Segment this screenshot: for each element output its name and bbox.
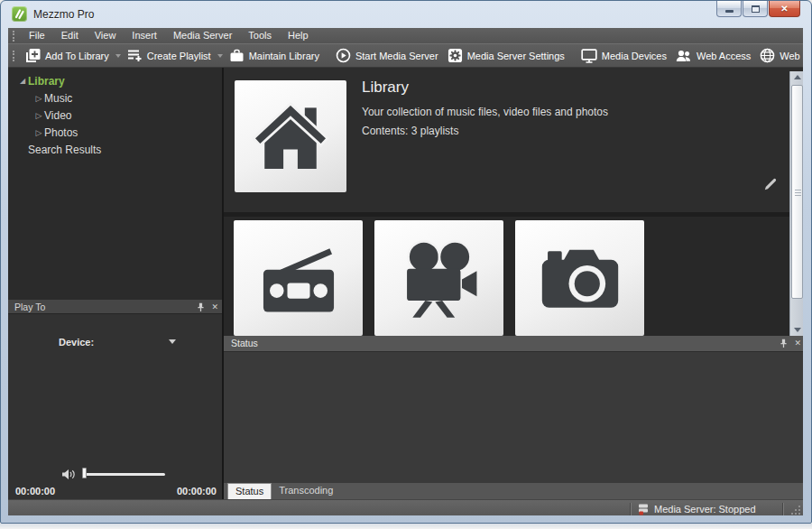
sidebar-item-search-results[interactable]: Search Results xyxy=(8,141,222,158)
collapse-arrow-icon[interactable]: ▷ xyxy=(33,111,44,120)
gear-icon xyxy=(448,48,463,63)
statusbar-separator xyxy=(630,503,631,515)
sidebar-item-photos[interactable]: ▷ Photos xyxy=(8,124,222,141)
app-logo-icon xyxy=(12,6,27,22)
film-camera-icon xyxy=(394,233,484,323)
play-circle-icon xyxy=(336,48,351,63)
web-access-button[interactable]: Web Access xyxy=(671,44,755,67)
library-description: Your collection of music files, video fi… xyxy=(362,106,608,118)
menu-edit[interactable]: Edit xyxy=(53,28,87,43)
arrow-down-icon xyxy=(794,328,801,332)
media-server-icon xyxy=(637,503,650,515)
globe-icon xyxy=(760,48,775,63)
pin-icon[interactable] xyxy=(197,302,205,312)
volume-slider-track[interactable] xyxy=(84,473,165,476)
page-title: Library xyxy=(362,79,409,97)
time-elapsed: 00:00:00 xyxy=(15,486,55,497)
toolbar: Add To Library Create Playlist Maintain … xyxy=(8,43,803,68)
titlebar[interactable]: Mezzmo Pro ✕ xyxy=(1,1,811,28)
scroll-up-button[interactable] xyxy=(790,71,803,83)
sidebar-item-library[interactable]: ◢ Library xyxy=(8,72,222,89)
photo-camera-icon xyxy=(535,233,625,323)
video-playlist-tile[interactable] xyxy=(374,220,503,336)
close-button[interactable]: ✕ xyxy=(769,1,800,17)
web-browser-button[interactable]: Web Browser xyxy=(755,44,803,67)
library-home-tile xyxy=(235,80,346,192)
monitor-icon xyxy=(581,49,597,63)
edit-pencil-icon[interactable] xyxy=(762,176,779,192)
status-panel: Status ✕ Status Transcoding xyxy=(224,336,803,499)
arrow-up-icon xyxy=(794,75,801,79)
photos-playlist-tile[interactable] xyxy=(515,220,644,336)
volume-slider-thumb[interactable] xyxy=(82,468,87,478)
window-frame: Mezzmo Pro ✕ File Edit View Insert Media… xyxy=(0,0,812,524)
sidebar-item-music[interactable]: ▷ Music xyxy=(8,89,222,107)
playlist-tiles xyxy=(224,217,803,336)
home-icon xyxy=(249,95,332,178)
scrollbar-grip-icon xyxy=(795,190,801,190)
radio-icon xyxy=(254,233,344,323)
pin-icon[interactable] xyxy=(780,339,788,348)
close-panel-icon[interactable]: ✕ xyxy=(794,339,801,348)
time-total: 00:00:00 xyxy=(177,486,217,497)
media-server-status: Media Server: Stopped xyxy=(637,500,756,515)
app-window: File Edit View Insert Media Server Tools… xyxy=(8,28,803,515)
menubar-drag-handle[interactable] xyxy=(13,31,14,42)
menu-help[interactable]: Help xyxy=(280,28,317,43)
status-tabs: Status Transcoding xyxy=(224,483,803,499)
collapse-arrow-icon[interactable]: ▷ xyxy=(33,94,44,103)
play-to-panel: Play To ✕ Device: xyxy=(8,300,222,499)
status-panel-header: Status ✕ xyxy=(224,336,803,351)
add-to-library-dropdown-icon[interactable] xyxy=(115,54,121,58)
create-playlist-dropdown-icon[interactable] xyxy=(217,54,223,58)
device-label: Device: xyxy=(59,337,94,348)
maximize-button[interactable] xyxy=(743,1,768,17)
device-dropdown-icon[interactable] xyxy=(169,339,176,344)
tab-transcoding[interactable]: Transcoding xyxy=(272,483,340,499)
add-to-library-icon xyxy=(25,48,41,63)
add-to-library-button[interactable]: Add To Library xyxy=(21,44,114,67)
collapse-arrow-icon[interactable]: ▷ xyxy=(33,128,44,137)
tab-status[interactable]: Status xyxy=(227,483,272,499)
maximize-icon xyxy=(752,5,760,13)
minimize-icon xyxy=(725,10,734,13)
menu-view[interactable]: View xyxy=(87,28,125,43)
window-title: Mezzmo Pro xyxy=(33,8,94,21)
main-content: Library Your collection of music files, … xyxy=(224,68,803,499)
toolbar-drag-handle[interactable] xyxy=(13,51,14,61)
speaker-icon xyxy=(60,469,77,480)
statusbar-separator xyxy=(782,503,783,515)
library-tree: ◢ Library ▷ Music ▷ Video ▷ Photos Searc… xyxy=(8,68,222,300)
media-devices-button[interactable]: Media Devices xyxy=(577,44,671,67)
close-icon: ✕ xyxy=(780,5,788,14)
briefcase-icon xyxy=(229,49,245,62)
maintain-library-button[interactable]: Maintain Library xyxy=(225,44,324,67)
sidebar: ◢ Library ▷ Music ▷ Video ▷ Photos Searc… xyxy=(8,68,222,499)
start-media-server-button[interactable]: Start Media Server xyxy=(331,44,443,67)
library-header: Library Your collection of music files, … xyxy=(224,68,803,212)
statusbar: Media Server: Stopped xyxy=(8,499,803,515)
minimize-button[interactable] xyxy=(716,1,742,17)
desktop-background xyxy=(0,524,812,529)
media-server-settings-button[interactable]: Media Server Settings xyxy=(443,44,569,67)
menubar: File Edit View Insert Media Server Tools… xyxy=(8,28,803,43)
vertical-scrollbar[interactable] xyxy=(789,71,803,336)
menu-tools[interactable]: Tools xyxy=(240,28,280,43)
play-to-header: Play To ✕ xyxy=(8,300,222,314)
library-contents: Contents: 3 playlists xyxy=(362,125,458,137)
menu-insert[interactable]: Insert xyxy=(124,28,165,43)
resize-grip[interactable] xyxy=(798,513,800,515)
menu-media-server[interactable]: Media Server xyxy=(165,28,240,43)
create-playlist-icon xyxy=(127,49,143,62)
expand-arrow-icon[interactable]: ◢ xyxy=(17,77,28,85)
play-to-body: Device: 00:00:00 00:00:00 xyxy=(8,314,222,498)
music-playlist-tile[interactable] xyxy=(234,220,363,336)
sidebar-item-video[interactable]: ▷ Video xyxy=(8,107,222,124)
status-log-area xyxy=(224,351,803,483)
close-panel-icon[interactable]: ✕ xyxy=(211,303,218,311)
scrollbar-thumb[interactable] xyxy=(791,85,803,299)
create-playlist-button[interactable]: Create Playlist xyxy=(123,44,216,67)
menu-file[interactable]: File xyxy=(21,28,53,43)
scroll-down-button[interactable] xyxy=(790,324,803,336)
users-icon xyxy=(676,50,692,62)
